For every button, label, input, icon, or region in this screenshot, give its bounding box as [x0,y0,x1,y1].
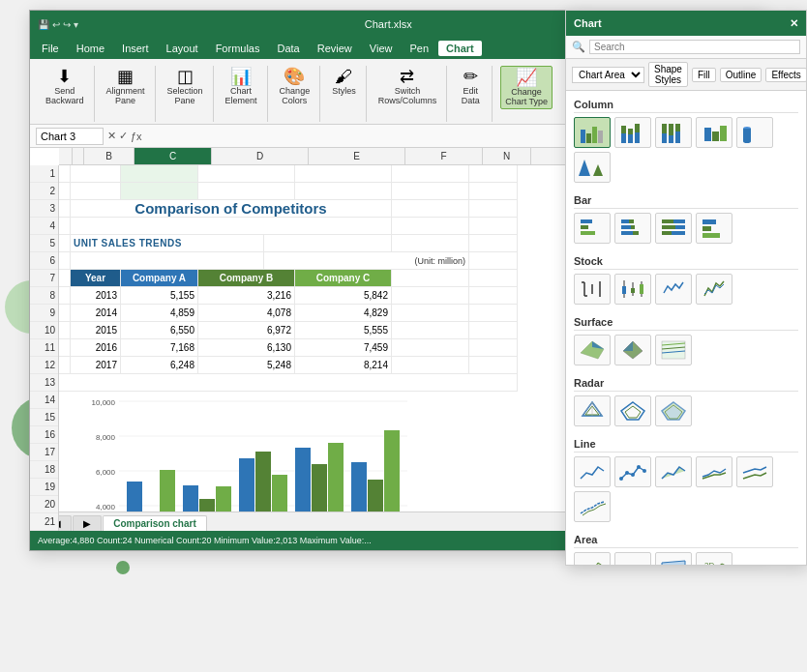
ribbon-btn-selection[interactable]: ◫ SelectionPane [164,66,207,107]
cell-8-f[interactable] [392,287,469,305]
cell-6-bc[interactable] [71,252,264,270]
col-stacked[interactable] [614,117,651,148]
cell-11-c[interactable]: 7,459 [295,339,392,357]
cell-10-f[interactable] [392,322,469,339]
cell-7-company-c[interactable]: Company C [295,270,392,287]
name-box[interactable] [36,128,104,145]
cell-5-de[interactable] [264,235,392,252]
cell-5-g[interactable] [469,235,518,252]
cell-9-b[interactable]: 4,078 [198,305,295,322]
menu-review[interactable]: Review [310,41,360,56]
cell-13[interactable] [59,374,518,392]
cell-2-f[interactable] [392,183,469,200]
cell-8-a[interactable] [59,287,71,305]
ribbon-btn-styles[interactable]: 🖌 Styles [328,66,360,98]
cell-9-g[interactable] [469,305,518,322]
cell-8-year[interactable]: 2013 [71,287,121,305]
cell-7-company-b[interactable]: Company B [198,270,295,287]
stock-3[interactable] [655,274,692,305]
cell-6-a[interactable] [59,252,71,270]
menu-file[interactable]: File [34,41,67,56]
cell-8-g[interactable] [469,287,518,305]
line-3d[interactable] [574,491,611,522]
cell-9-a[interactable]: 4,859 [121,305,198,322]
menu-pen[interactable]: Pen [402,41,436,56]
radar-3[interactable] [655,395,692,426]
save-icon[interactable]: 💾 [38,19,49,30]
col-cylinder[interactable] [736,117,773,148]
cell-11-a[interactable] [59,339,71,357]
cell-7-company-a[interactable]: Company A [121,270,198,287]
line-stacked[interactable] [696,456,732,487]
line-3[interactable] [655,456,692,487]
cell-10-g[interactable] [469,322,518,339]
cell-2-a[interactable] [59,183,71,200]
ribbon-btn-send-backward[interactable]: ⬇ SendBackward [42,66,88,107]
cell-3-a[interactable] [59,200,71,218]
bar-clustered[interactable] [574,213,611,244]
cell-2-b[interactable] [71,183,121,200]
cell-4-f[interactable] [392,218,469,235]
nav-right[interactable]: ▶ [73,515,102,531]
insert-function-icon[interactable]: ƒx [131,131,142,142]
search-input[interactable] [589,40,800,54]
bar-stacked[interactable] [614,213,651,244]
cell-4-g[interactable] [469,218,518,235]
cell-3-g[interactable] [469,200,518,218]
cell-1-c[interactable] [121,165,198,183]
sheet-tab-comparison[interactable]: Comparison chart [103,515,207,531]
cell-8-b[interactable]: 3,216 [198,287,295,305]
cell-1-e[interactable] [295,165,392,183]
cell-6-g[interactable] [469,252,518,270]
cell-9-c[interactable]: 4,829 [295,305,392,322]
undo-icon[interactable]: ↩ [52,19,60,30]
area-1[interactable] [574,552,611,565]
cell-7-f[interactable] [392,270,469,287]
cell-11-f[interactable] [392,339,469,357]
cell-10-a[interactable] [59,322,71,339]
cell-8-a[interactable]: 5,155 [121,287,198,305]
bar-3d[interactable] [696,213,732,244]
cell-10-a[interactable]: 6,550 [121,322,198,339]
cell-11-a[interactable]: 7,168 [121,339,198,357]
radar-2[interactable] [614,395,651,426]
cell-12-year[interactable]: 2017 [71,357,121,374]
line-2[interactable] [614,456,651,487]
cell-2-e[interactable] [295,183,392,200]
redo-icon[interactable]: ↪ [63,19,71,30]
menu-view[interactable]: View [362,41,401,56]
cell-11-year[interactable]: 2016 [71,339,121,357]
cell-7-year[interactable]: Year [71,270,121,287]
cell-7-g[interactable] [469,270,518,287]
cell-4-a[interactable] [59,218,71,235]
chart-panel-close-icon[interactable]: ✕ [790,17,798,30]
cell-4-bc[interactable] [71,218,392,235]
ribbon-btn-chart-element[interactable]: 📊 ChartElement [222,66,261,107]
col-clustered[interactable] [574,117,611,148]
area-3[interactable] [655,552,692,565]
cell-8-c[interactable]: 5,842 [295,287,392,305]
cell-11-b[interactable]: 6,130 [198,339,295,357]
cell-6-unit[interactable]: (Unit: million) [264,252,469,270]
line-100-stacked[interactable] [736,456,773,487]
confirm-formula-icon[interactable]: ✓ [119,130,128,142]
cell-9-a[interactable] [59,305,71,322]
cell-9-f[interactable] [392,305,469,322]
menu-home[interactable]: Home [69,41,112,56]
cell-12-c[interactable]: 8,214 [295,357,392,374]
chart-area-select[interactable]: Chart Area [572,67,644,83]
col-100-stacked[interactable] [655,117,692,148]
cell-1-g[interactable] [469,165,518,183]
cell-12-g[interactable] [469,357,518,374]
cell-11-g[interactable] [469,339,518,357]
cell-12-a[interactable]: 6,248 [121,357,198,374]
cell-5-f[interactable] [392,235,469,252]
cell-7-a[interactable] [59,270,71,287]
ribbon-btn-edit-data[interactable]: ✏ EditData [455,66,486,107]
shape-effects-button[interactable]: Effects [765,68,806,82]
cancel-formula-icon[interactable]: ✕ [107,130,116,142]
shape-styles-button[interactable]: Shape Styles [648,62,688,87]
cell-10-c[interactable]: 5,555 [295,322,392,339]
menu-chart[interactable]: Chart [438,41,482,56]
cell-3-title[interactable]: Comparison of Competitors [71,200,392,218]
